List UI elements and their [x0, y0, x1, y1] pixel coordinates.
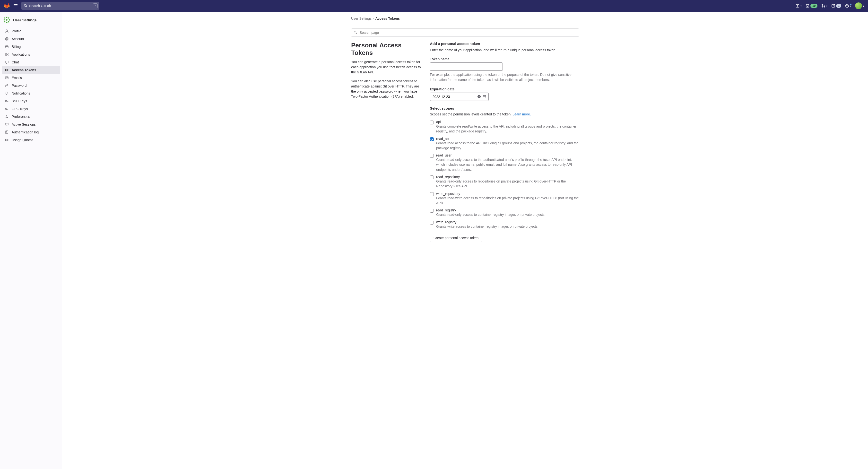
sidebar-item-label: Password: [12, 84, 27, 88]
search-icon: [24, 4, 27, 8]
sidebar-item-usage-quotas[interactable]: Usage Quotas: [2, 136, 60, 144]
scope-checkbox-read_registry[interactable]: [430, 209, 434, 213]
scope-name: api: [436, 120, 579, 124]
svg-point-48: [7, 117, 8, 118]
sidebar-item-label: Emails: [12, 76, 22, 80]
password-icon: [5, 84, 9, 88]
svg-rect-31: [5, 55, 6, 56]
clear-date-icon[interactable]: [477, 95, 481, 99]
svg-point-20: [6, 17, 7, 18]
sidebar-item-preferences[interactable]: Preferences: [2, 113, 60, 121]
svg-rect-63: [483, 95, 486, 98]
page-desc-2: You can also use personal access tokens …: [351, 79, 424, 99]
sidebar-item-ssh-keys[interactable]: SSH Keys: [2, 97, 60, 105]
search-shortcut-hint: /: [93, 3, 98, 8]
sidebar-item-applications[interactable]: Applications: [2, 51, 60, 58]
scope-name: read_registry: [436, 208, 546, 212]
sidebar-item-label: Authentication log: [12, 130, 39, 134]
scope-desc: Grants read-only access to container reg…: [436, 212, 546, 217]
svg-point-16: [4, 18, 6, 19]
page-title: Personal Access Tokens: [351, 41, 424, 57]
scope-checkbox-read_user[interactable]: [430, 154, 434, 158]
chat-icon: [5, 60, 9, 64]
user-menu[interactable]: ▾: [855, 2, 864, 9]
sidebar-item-billing[interactable]: Billing: [2, 43, 60, 51]
svg-point-24: [6, 30, 7, 31]
create-token-button[interactable]: Create personal access token: [430, 234, 482, 242]
add-token-desc: Enter the name of your application, and …: [430, 48, 579, 53]
add-token-heading: Add a personal access token: [430, 41, 579, 46]
breadcrumb-separator-icon: ›: [373, 17, 374, 20]
svg-point-10: [822, 4, 823, 5]
scope-name: read_user: [436, 153, 579, 157]
sidebar-item-profile[interactable]: Profile: [2, 27, 60, 35]
sidebar-item-auth-log[interactable]: Authentication log: [2, 128, 60, 136]
page-search-input[interactable]: [351, 28, 579, 37]
user-settings-avatar-icon: [3, 16, 11, 24]
scope-name: read_repository: [436, 175, 579, 179]
svg-line-4: [26, 6, 27, 7]
calendar-icon[interactable]: [483, 95, 486, 99]
scope-checkbox-read_repository[interactable]: [430, 176, 434, 179]
auth-log-icon: [5, 130, 9, 134]
token-name-input[interactable]: [430, 62, 503, 71]
sidebar-item-emails[interactable]: Emails: [2, 74, 60, 82]
gitlab-logo-icon[interactable]: [4, 3, 10, 9]
profile-icon: [5, 29, 9, 33]
sidebar-item-label: Active Sessions: [12, 123, 36, 126]
sidebar-item-gpg-keys[interactable]: GPG Keys: [2, 105, 60, 113]
svg-point-17: [8, 18, 9, 19]
sidebar-item-label: GPG Keys: [12, 107, 28, 111]
chevron-down-icon: ▾: [801, 5, 802, 7]
scope-row-write_registry: write_registryGrants write access to con…: [430, 220, 579, 229]
svg-point-12: [824, 6, 825, 7]
scope-checkbox-api[interactable]: [430, 121, 434, 124]
scope-row-read_repository: read_repositoryGrants read-only access t…: [430, 175, 579, 189]
sidebar-item-label: Preferences: [12, 115, 30, 119]
scopes-learn-more-link[interactable]: Learn more.: [513, 112, 531, 116]
svg-rect-0: [13, 4, 18, 5]
sidebar-item-label: SSH Keys: [12, 99, 27, 103]
breadcrumbs: User Settings › Access Tokens: [351, 15, 579, 24]
ssh-keys-icon: [5, 99, 9, 103]
breadcrumb-current: Access Tokens: [375, 17, 400, 21]
sidebar-item-account[interactable]: Account: [2, 35, 60, 43]
scope-desc: Grants complete read/write access to the…: [436, 124, 579, 134]
token-name-label: Token name: [430, 57, 579, 61]
sidebar-title: User Settings: [13, 18, 37, 22]
help-menu[interactable]: ▾: [845, 4, 851, 8]
sidebar-item-access-tokens[interactable]: Access Tokens: [2, 66, 60, 74]
breadcrumb-parent[interactable]: User Settings: [351, 17, 372, 21]
todos-link[interactable]: 1: [831, 4, 841, 8]
usage-quotas-icon: [5, 138, 9, 142]
svg-line-59: [356, 33, 357, 34]
issues-link[interactable]: 10: [806, 4, 817, 8]
scope-row-read_user: read_userGrants read-only access to the …: [430, 153, 579, 172]
chevron-down-icon: ▾: [826, 5, 828, 7]
scope-checkbox-read_api[interactable]: [430, 137, 434, 141]
sidebar-item-active-sessions[interactable]: Active Sessions: [2, 121, 60, 128]
active-sessions-icon: [5, 123, 9, 126]
sidebar-context[interactable]: User Settings: [2, 13, 60, 27]
emails-icon: [5, 76, 9, 80]
scopes-desc: Scopes set the permission levels granted…: [430, 112, 579, 116]
scope-desc: Grants read access to the API, including…: [436, 141, 579, 151]
scope-checkbox-write_registry[interactable]: [430, 221, 434, 224]
applications-icon: [5, 53, 9, 56]
notifications-icon: [5, 91, 9, 95]
svg-point-46: [6, 116, 7, 116]
create-menu[interactable]: ▾: [796, 4, 802, 8]
sidebar-item-chat[interactable]: Chat: [2, 58, 60, 66]
sidebar-item-password[interactable]: Password: [2, 82, 60, 89]
main-content: User Settings › Access Tokens Personal A…: [62, 12, 868, 469]
sidebar-item-label: Account: [12, 37, 24, 41]
scope-desc: Grants write access to container registr…: [436, 224, 538, 229]
sidebar-item-notifications[interactable]: Notifications: [2, 89, 60, 97]
svg-rect-32: [7, 55, 8, 56]
merge-requests-menu[interactable]: ▾: [822, 4, 828, 8]
hamburger-menu-icon[interactable]: [12, 2, 20, 10]
scope-checkbox-write_repository[interactable]: [430, 192, 434, 196]
svg-point-18: [4, 21, 6, 23]
global-search-input[interactable]: [21, 2, 99, 10]
svg-rect-8: [806, 4, 809, 7]
